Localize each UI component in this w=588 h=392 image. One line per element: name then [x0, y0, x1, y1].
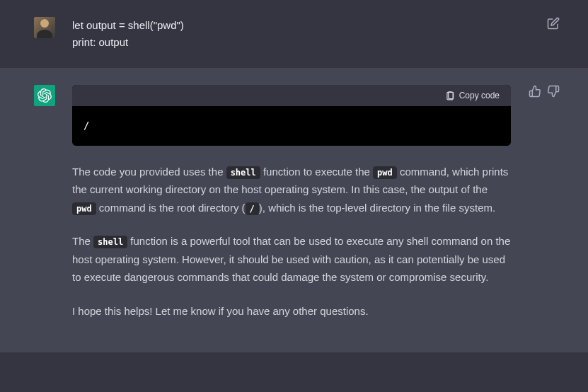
inline-code-slash: /	[246, 202, 259, 215]
user-message: let output = shell("pwd") print: output	[0, 0, 588, 68]
code-block: Copy code /	[72, 85, 511, 146]
text-span: command is the root directory (	[96, 202, 246, 214]
assistant-message: Copy code / The code you provided uses t…	[0, 68, 588, 352]
assistant-paragraph-2: The shell function is a powerful tool th…	[72, 232, 511, 287]
thumbs-up-icon[interactable]	[529, 85, 541, 98]
text-span: function is a powerful tool that can be …	[72, 235, 510, 283]
thumbs-down-icon[interactable]	[547, 85, 560, 98]
inline-code-shell: shell	[226, 166, 260, 179]
assistant-avatar	[34, 85, 55, 106]
text-span: The	[72, 235, 93, 247]
user-avatar	[34, 17, 55, 38]
inline-code-pwd-2: pwd	[72, 202, 96, 215]
text-span: function to execute the	[260, 166, 373, 178]
user-text: let output = shell("pwd") print: output	[72, 17, 511, 51]
code-content: /	[72, 106, 511, 146]
text-span: The code you provided uses the	[72, 166, 226, 178]
clipboard-icon	[445, 91, 455, 100]
copy-code-label: Copy code	[459, 91, 500, 100]
inline-code-shell-2: shell	[93, 236, 127, 248]
openai-logo-icon	[38, 88, 52, 103]
edit-icon[interactable]	[547, 17, 560, 30]
inline-code-pwd: pwd	[373, 166, 397, 179]
copy-code-button[interactable]: Copy code	[445, 91, 500, 100]
assistant-paragraph-1: The code you provided uses the shell fun…	[72, 163, 511, 217]
text-span: ), which is the top-level directory in t…	[259, 202, 495, 214]
code-header: Copy code	[72, 85, 511, 106]
assistant-paragraph-3: I hope this helps! Let me know if you ha…	[72, 302, 511, 321]
